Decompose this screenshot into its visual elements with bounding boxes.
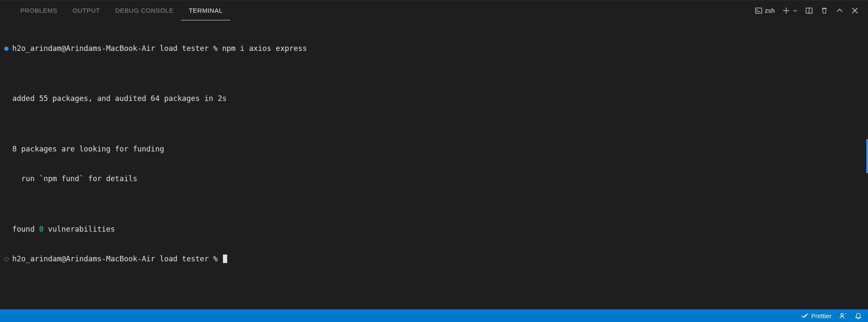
- double-check-icon: [801, 312, 809, 319]
- svg-point-3: [841, 314, 843, 316]
- cursor-icon: [223, 255, 227, 263]
- terminal-text: run `npm fund` for details: [12, 174, 137, 184]
- new-terminal-button[interactable]: [781, 5, 799, 16]
- status-notifications[interactable]: [854, 312, 862, 319]
- tab-output[interactable]: OUTPUT: [65, 0, 108, 20]
- prompt-line: h2o_arindam@Arindams-MacBook-Air load te…: [12, 44, 307, 54]
- terminal-text: 8 packages are looking for funding: [12, 144, 164, 154]
- svg-rect-0: [755, 8, 762, 13]
- status-bar: Prettier: [0, 309, 868, 322]
- launch-profile-button[interactable]: zsh: [753, 5, 776, 16]
- close-icon: [851, 7, 859, 14]
- terminal-toolbar: zsh: [753, 5, 860, 16]
- trash-icon: [821, 7, 828, 14]
- status-prettier[interactable]: Prettier: [801, 312, 832, 319]
- tab-problems[interactable]: PROBLEMS: [13, 0, 65, 20]
- terminal-text: found 0 vulnerabilities: [12, 224, 115, 235]
- maximize-panel-button[interactable]: [834, 5, 845, 16]
- close-panel-button[interactable]: [849, 5, 860, 16]
- split-terminal-button[interactable]: [804, 5, 815, 16]
- status-dot-active-icon: [4, 47, 8, 51]
- split-horizontal-icon: [805, 7, 813, 14]
- shell-name: zsh: [765, 7, 775, 14]
- chevron-down-icon: [793, 7, 798, 14]
- terminal-icon: [755, 7, 762, 14]
- tab-terminal[interactable]: TERMINAL: [181, 0, 230, 20]
- status-prettier-label: Prettier: [811, 312, 832, 319]
- status-feedback[interactable]: [839, 312, 847, 319]
- panel-tabs: PROBLEMS OUTPUT DEBUG CONSOLE TERMINAL z…: [0, 0, 868, 20]
- bell-icon: [854, 312, 862, 319]
- kill-terminal-button[interactable]: [819, 5, 830, 16]
- status-dot-idle-icon: [4, 257, 8, 261]
- terminal-text: added 55 packages, and audited 64 packag…: [12, 94, 227, 104]
- tab-debug-console[interactable]: DEBUG CONSOLE: [108, 0, 181, 20]
- feedback-icon: [839, 312, 847, 319]
- chevron-up-icon: [836, 7, 843, 14]
- scrollbar-thumb[interactable]: [866, 139, 868, 173]
- prompt-line: h2o_arindam@Arindams-MacBook-Air load te…: [12, 254, 227, 264]
- plus-icon: [782, 7, 790, 14]
- terminal-output[interactable]: h2o_arindam@Arindams-MacBook-Air load te…: [0, 20, 868, 309]
